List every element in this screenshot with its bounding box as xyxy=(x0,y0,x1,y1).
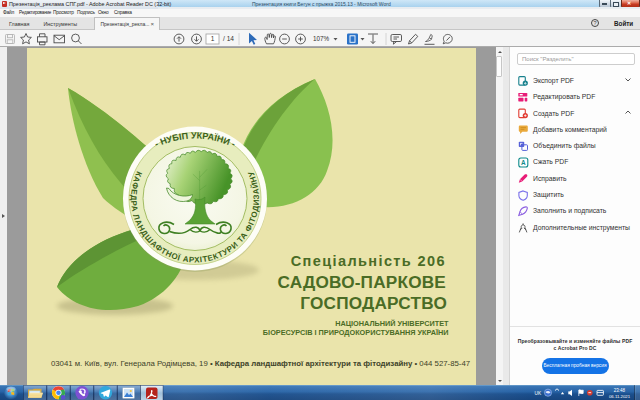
svg-text:06.11.2021: 06.11.2021 xyxy=(609,394,631,399)
svg-text:A: A xyxy=(521,159,526,166)
svg-text:UK: UK xyxy=(535,390,542,395)
svg-text:1: 1 xyxy=(211,35,215,42)
svg-text:23:48: 23:48 xyxy=(614,388,626,393)
svg-text:/ 14: / 14 xyxy=(223,35,234,42)
svg-text:107%: 107% xyxy=(313,35,330,42)
